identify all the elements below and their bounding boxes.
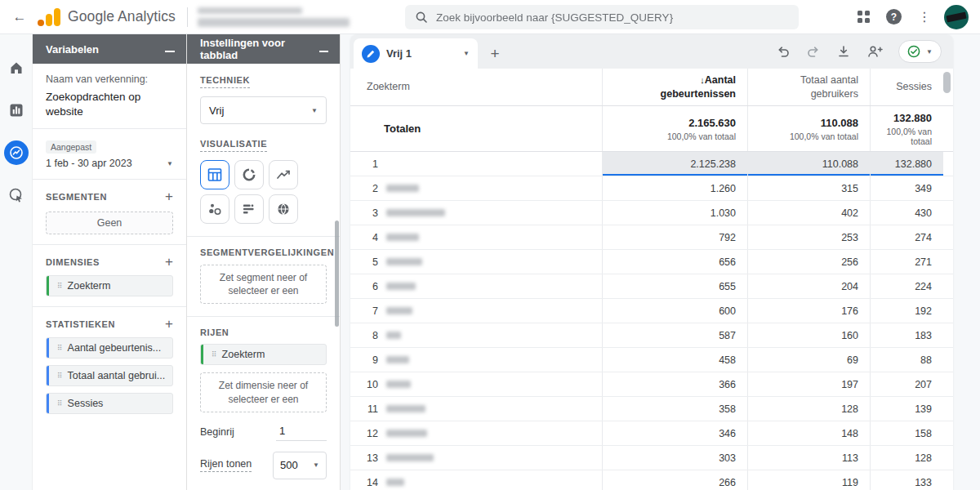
table-row[interactable]: 14 266 119 133 (350, 470, 953, 490)
rows-section-label: RIJEN (200, 327, 327, 337)
segments-none-button[interactable]: Geen (46, 212, 173, 234)
search-bar[interactable] (405, 5, 799, 29)
row-term-redacted (386, 356, 409, 363)
start-row-label: Beginrij (200, 426, 234, 438)
row-number: 6 (350, 274, 378, 298)
column-header-events-sorted[interactable]: ↓Aantal gebeurtenissen (651, 74, 736, 101)
row-number: 10 (350, 372, 378, 396)
dimension-chip-zoekterm[interactable]: ⠿ Zoekterm (46, 275, 173, 296)
column-header-users[interactable]: Totaal aantal gebruikers (783, 74, 858, 101)
viz-geo-map-button[interactable] (269, 194, 298, 224)
totals-label: Totalen (367, 122, 421, 135)
table-header: Zoekterm ↓Aantal gebeurtenissen Totaal a… (350, 69, 953, 106)
apps-grid-icon[interactable] (858, 11, 870, 23)
nav-advertising-icon[interactable] (4, 183, 29, 207)
minimize-icon[interactable] (165, 51, 175, 52)
add-dimension-button[interactable]: + (165, 255, 173, 269)
minimize-icon[interactable] (319, 51, 328, 52)
row-events: 366 (602, 372, 747, 396)
viz-line-chart-button[interactable] (269, 160, 298, 189)
table-row[interactable]: 12 346 148 158 (350, 421, 953, 446)
back-arrow-icon[interactable]: ← (8, 6, 31, 29)
table-row[interactable]: 9 458 69 88 (350, 348, 953, 372)
viz-donut-button[interactable] (234, 160, 264, 189)
viz-bar-chart-button[interactable] (234, 194, 264, 224)
exploration-name-value[interactable]: Zoekopdrachten op website (46, 90, 173, 118)
row-number: 11 (350, 397, 378, 421)
table-scrollbar[interactable] (943, 72, 951, 93)
more-menu-icon[interactable]: ⋮ (918, 9, 928, 24)
tab-vrij-1[interactable]: Vrij 1 ▼ (354, 38, 478, 69)
chevron-down-icon: ▼ (926, 48, 933, 56)
table-row[interactable]: 11 358 128 139 (350, 397, 953, 421)
totals-sessions: 132.880 (893, 112, 932, 124)
nav-reports-icon[interactable] (4, 98, 29, 122)
add-segment-button[interactable]: + (165, 189, 173, 203)
table-row[interactable]: 1 2.125.238 110.088 132.880 (350, 152, 953, 176)
table-row[interactable]: 13 303 113 128 (350, 446, 953, 470)
viz-scatter-button[interactable] (200, 194, 229, 224)
nav-home-icon[interactable] (4, 56, 29, 80)
undo-icon[interactable] (776, 44, 791, 59)
row-users: 197 (747, 372, 870, 396)
settings-scrollbar[interactable] (335, 220, 339, 327)
property-selector[interactable] (198, 7, 350, 27)
exploration-card: Vrij 1 ▼ + (350, 34, 953, 490)
viz-table-button[interactable] (200, 160, 229, 189)
table-row[interactable]: 3 1.030 402 430 (350, 201, 953, 225)
nav-explore-icon[interactable] (4, 140, 29, 165)
table-row[interactable]: 5 656 256 271 (350, 250, 953, 274)
dimension-dropzone[interactable]: Zet dimensie neer of selecteer er een (200, 372, 327, 412)
table-row[interactable]: 4 792 253 274 (350, 225, 953, 250)
row-users: 402 (747, 201, 870, 225)
row-number: 5 (350, 250, 378, 274)
chevron-down-icon: ▼ (463, 50, 470, 57)
avatar[interactable] (944, 5, 969, 29)
table-row[interactable]: 10 366 197 207 (350, 372, 953, 397)
show-rows-label: Rijen tonen (200, 458, 252, 472)
search-input[interactable] (436, 11, 789, 24)
table-row[interactable]: 7 600 176 192 (350, 299, 953, 323)
drag-handle-icon: ⠿ (57, 344, 63, 352)
row-users: 113 (747, 446, 870, 470)
date-range-badge: Aangepast (46, 140, 96, 154)
row-sessions: 274 (870, 225, 943, 249)
status-ok-button[interactable]: ▼ (898, 40, 942, 63)
table-row[interactable]: 8 587 160 183 (350, 323, 953, 348)
download-icon[interactable] (836, 44, 851, 59)
row-sessions: 224 (870, 274, 943, 298)
visualisation-label: VISUALISATIE (200, 139, 267, 152)
row-number: 2 (350, 176, 378, 200)
row-sessions: 158 (870, 421, 943, 445)
table-row[interactable]: 6 655 204 224 (350, 274, 953, 299)
metric-chip-users[interactable]: ⠿ Totaal aantal gebrui... (46, 365, 173, 386)
date-range-selector[interactable]: 1 feb - 30 apr 2023 ▼ (46, 158, 173, 169)
redo-icon[interactable] (806, 44, 821, 59)
row-term-redacted (386, 258, 422, 265)
results-table: Zoekterm ↓Aantal gebeurtenissen Totaal a… (350, 69, 953, 490)
segment-dropzone[interactable]: Zet segment neer of selecteer er een (200, 265, 327, 304)
row-term-redacted (386, 209, 445, 216)
metric-chip-events[interactable]: ⠿ Aantal gebeurtenis... (46, 337, 173, 359)
rows-dimension-chip[interactable]: ⠿ Zoekterm (200, 344, 327, 365)
column-header-zoekterm[interactable]: Zoekterm (367, 80, 410, 94)
metric-chip-sessions[interactable]: ⠿ Sessies (46, 393, 173, 414)
nav-rail (0, 34, 33, 490)
avatar-logo-band (946, 11, 966, 22)
table-row[interactable]: 2 1.260 315 349 (350, 176, 953, 201)
start-row-input[interactable]: 1 (276, 423, 327, 441)
check-circle-icon (907, 45, 920, 58)
share-user-add-icon[interactable] (866, 44, 883, 59)
add-metric-button[interactable]: + (165, 317, 173, 331)
show-rows-select[interactable]: 500 ▼ (273, 452, 327, 479)
help-icon[interactable]: ? (886, 9, 902, 24)
column-header-sessions[interactable]: Sessies (896, 80, 932, 94)
date-range-section: Aangepast 1 feb - 30 apr 2023 ▼ (33, 129, 186, 180)
add-tab-button[interactable]: + (478, 38, 512, 69)
metrics-section: STATISTIEKEN + ⠿ Aantal gebeurtenis... ⠿… (33, 307, 186, 424)
technique-select[interactable]: Vrij ▼ (200, 96, 327, 124)
exploration-canvas: Vrij 1 ▼ + (341, 34, 980, 490)
row-term-redacted (386, 307, 412, 314)
row-events: 458 (602, 348, 747, 372)
row-number: 14 (350, 470, 378, 490)
